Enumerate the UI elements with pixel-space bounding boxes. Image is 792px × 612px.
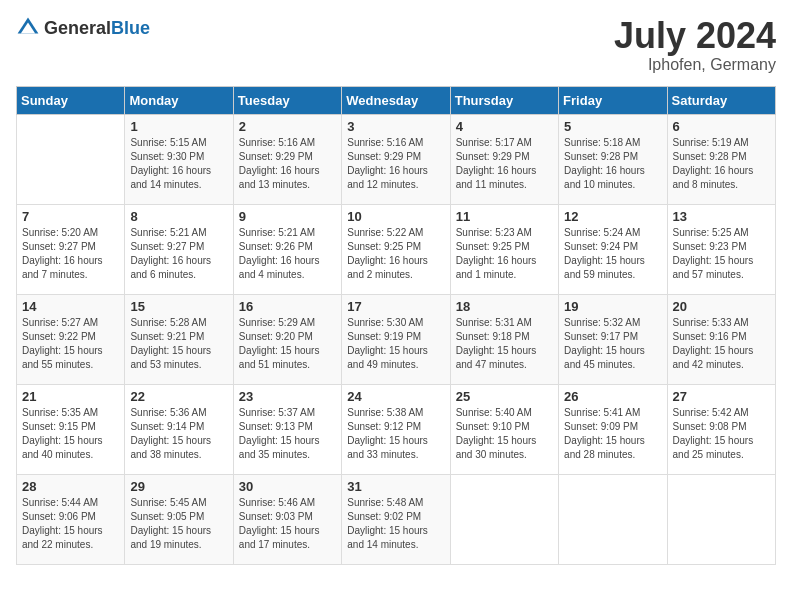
calendar-week-4: 21Sunrise: 5:35 AM Sunset: 9:15 PM Dayli… — [17, 384, 776, 474]
calendar-cell: 13Sunrise: 5:25 AM Sunset: 9:23 PM Dayli… — [667, 204, 775, 294]
day-info: Sunrise: 5:44 AM Sunset: 9:06 PM Dayligh… — [22, 496, 119, 552]
day-number: 1 — [130, 119, 227, 134]
day-number: 20 — [673, 299, 770, 314]
day-number: 25 — [456, 389, 553, 404]
day-info: Sunrise: 5:16 AM Sunset: 9:29 PM Dayligh… — [347, 136, 444, 192]
day-info: Sunrise: 5:46 AM Sunset: 9:03 PM Dayligh… — [239, 496, 336, 552]
calendar-cell: 18Sunrise: 5:31 AM Sunset: 9:18 PM Dayli… — [450, 294, 558, 384]
day-info: Sunrise: 5:21 AM Sunset: 9:26 PM Dayligh… — [239, 226, 336, 282]
day-info: Sunrise: 5:16 AM Sunset: 9:29 PM Dayligh… — [239, 136, 336, 192]
calendar-cell: 10Sunrise: 5:22 AM Sunset: 9:25 PM Dayli… — [342, 204, 450, 294]
day-number: 30 — [239, 479, 336, 494]
location-subtitle: Iphofen, Germany — [614, 56, 776, 74]
calendar-cell: 9Sunrise: 5:21 AM Sunset: 9:26 PM Daylig… — [233, 204, 341, 294]
day-number: 22 — [130, 389, 227, 404]
day-number: 17 — [347, 299, 444, 314]
day-number: 27 — [673, 389, 770, 404]
calendar-cell: 12Sunrise: 5:24 AM Sunset: 9:24 PM Dayli… — [559, 204, 667, 294]
day-number: 29 — [130, 479, 227, 494]
day-number: 8 — [130, 209, 227, 224]
day-number: 14 — [22, 299, 119, 314]
day-info: Sunrise: 5:28 AM Sunset: 9:21 PM Dayligh… — [130, 316, 227, 372]
day-number: 28 — [22, 479, 119, 494]
day-info: Sunrise: 5:35 AM Sunset: 9:15 PM Dayligh… — [22, 406, 119, 462]
calendar-cell: 28Sunrise: 5:44 AM Sunset: 9:06 PM Dayli… — [17, 474, 125, 564]
calendar-cell: 24Sunrise: 5:38 AM Sunset: 9:12 PM Dayli… — [342, 384, 450, 474]
day-info: Sunrise: 5:23 AM Sunset: 9:25 PM Dayligh… — [456, 226, 553, 282]
day-number: 7 — [22, 209, 119, 224]
calendar-cell: 7Sunrise: 5:20 AM Sunset: 9:27 PM Daylig… — [17, 204, 125, 294]
weekday-header-sunday: Sunday — [17, 86, 125, 114]
calendar-cell: 20Sunrise: 5:33 AM Sunset: 9:16 PM Dayli… — [667, 294, 775, 384]
calendar-week-5: 28Sunrise: 5:44 AM Sunset: 9:06 PM Dayli… — [17, 474, 776, 564]
day-number: 15 — [130, 299, 227, 314]
calendar-cell: 14Sunrise: 5:27 AM Sunset: 9:22 PM Dayli… — [17, 294, 125, 384]
day-info: Sunrise: 5:22 AM Sunset: 9:25 PM Dayligh… — [347, 226, 444, 282]
calendar-cell: 30Sunrise: 5:46 AM Sunset: 9:03 PM Dayli… — [233, 474, 341, 564]
calendar-cell: 19Sunrise: 5:32 AM Sunset: 9:17 PM Dayli… — [559, 294, 667, 384]
calendar-cell — [667, 474, 775, 564]
day-number: 4 — [456, 119, 553, 134]
month-year-title: July 2024 — [614, 16, 776, 56]
day-number: 13 — [673, 209, 770, 224]
day-info: Sunrise: 5:21 AM Sunset: 9:27 PM Dayligh… — [130, 226, 227, 282]
calendar-cell: 21Sunrise: 5:35 AM Sunset: 9:15 PM Dayli… — [17, 384, 125, 474]
weekday-header-wednesday: Wednesday — [342, 86, 450, 114]
calendar-cell: 26Sunrise: 5:41 AM Sunset: 9:09 PM Dayli… — [559, 384, 667, 474]
weekday-header-saturday: Saturday — [667, 86, 775, 114]
calendar-cell: 16Sunrise: 5:29 AM Sunset: 9:20 PM Dayli… — [233, 294, 341, 384]
day-info: Sunrise: 5:24 AM Sunset: 9:24 PM Dayligh… — [564, 226, 661, 282]
day-info: Sunrise: 5:18 AM Sunset: 9:28 PM Dayligh… — [564, 136, 661, 192]
day-info: Sunrise: 5:31 AM Sunset: 9:18 PM Dayligh… — [456, 316, 553, 372]
calendar-cell: 25Sunrise: 5:40 AM Sunset: 9:10 PM Dayli… — [450, 384, 558, 474]
calendar-cell: 6Sunrise: 5:19 AM Sunset: 9:28 PM Daylig… — [667, 114, 775, 204]
day-number: 6 — [673, 119, 770, 134]
calendar-week-3: 14Sunrise: 5:27 AM Sunset: 9:22 PM Dayli… — [17, 294, 776, 384]
calendar-cell — [559, 474, 667, 564]
calendar-cell: 8Sunrise: 5:21 AM Sunset: 9:27 PM Daylig… — [125, 204, 233, 294]
day-info: Sunrise: 5:38 AM Sunset: 9:12 PM Dayligh… — [347, 406, 444, 462]
day-number: 5 — [564, 119, 661, 134]
day-number: 16 — [239, 299, 336, 314]
day-number: 31 — [347, 479, 444, 494]
calendar-cell: 31Sunrise: 5:48 AM Sunset: 9:02 PM Dayli… — [342, 474, 450, 564]
day-info: Sunrise: 5:41 AM Sunset: 9:09 PM Dayligh… — [564, 406, 661, 462]
calendar-cell: 4Sunrise: 5:17 AM Sunset: 9:29 PM Daylig… — [450, 114, 558, 204]
logo-icon — [16, 16, 40, 40]
day-number: 26 — [564, 389, 661, 404]
calendar-cell: 15Sunrise: 5:28 AM Sunset: 9:21 PM Dayli… — [125, 294, 233, 384]
day-info: Sunrise: 5:45 AM Sunset: 9:05 PM Dayligh… — [130, 496, 227, 552]
day-number: 12 — [564, 209, 661, 224]
page-header: GeneralBlue July 2024 Iphofen, Germany — [16, 16, 776, 74]
logo: GeneralBlue — [16, 16, 150, 40]
weekday-header-friday: Friday — [559, 86, 667, 114]
calendar-cell: 17Sunrise: 5:30 AM Sunset: 9:19 PM Dayli… — [342, 294, 450, 384]
day-number: 10 — [347, 209, 444, 224]
calendar-table: SundayMondayTuesdayWednesdayThursdayFrid… — [16, 86, 776, 565]
calendar-cell: 29Sunrise: 5:45 AM Sunset: 9:05 PM Dayli… — [125, 474, 233, 564]
day-info: Sunrise: 5:29 AM Sunset: 9:20 PM Dayligh… — [239, 316, 336, 372]
day-info: Sunrise: 5:40 AM Sunset: 9:10 PM Dayligh… — [456, 406, 553, 462]
day-info: Sunrise: 5:48 AM Sunset: 9:02 PM Dayligh… — [347, 496, 444, 552]
day-info: Sunrise: 5:37 AM Sunset: 9:13 PM Dayligh… — [239, 406, 336, 462]
calendar-cell — [450, 474, 558, 564]
day-info: Sunrise: 5:36 AM Sunset: 9:14 PM Dayligh… — [130, 406, 227, 462]
day-info: Sunrise: 5:19 AM Sunset: 9:28 PM Dayligh… — [673, 136, 770, 192]
calendar-cell: 27Sunrise: 5:42 AM Sunset: 9:08 PM Dayli… — [667, 384, 775, 474]
day-info: Sunrise: 5:17 AM Sunset: 9:29 PM Dayligh… — [456, 136, 553, 192]
day-number: 24 — [347, 389, 444, 404]
weekday-header-row: SundayMondayTuesdayWednesdayThursdayFrid… — [17, 86, 776, 114]
day-number: 11 — [456, 209, 553, 224]
day-info: Sunrise: 5:42 AM Sunset: 9:08 PM Dayligh… — [673, 406, 770, 462]
day-number: 23 — [239, 389, 336, 404]
logo-text-blue: Blue — [111, 18, 150, 38]
day-number: 19 — [564, 299, 661, 314]
day-number: 9 — [239, 209, 336, 224]
calendar-cell: 2Sunrise: 5:16 AM Sunset: 9:29 PM Daylig… — [233, 114, 341, 204]
calendar-cell: 3Sunrise: 5:16 AM Sunset: 9:29 PM Daylig… — [342, 114, 450, 204]
calendar-cell: 1Sunrise: 5:15 AM Sunset: 9:30 PM Daylig… — [125, 114, 233, 204]
day-info: Sunrise: 5:33 AM Sunset: 9:16 PM Dayligh… — [673, 316, 770, 372]
calendar-week-1: 1Sunrise: 5:15 AM Sunset: 9:30 PM Daylig… — [17, 114, 776, 204]
day-number: 2 — [239, 119, 336, 134]
logo-text-general: General — [44, 18, 111, 38]
